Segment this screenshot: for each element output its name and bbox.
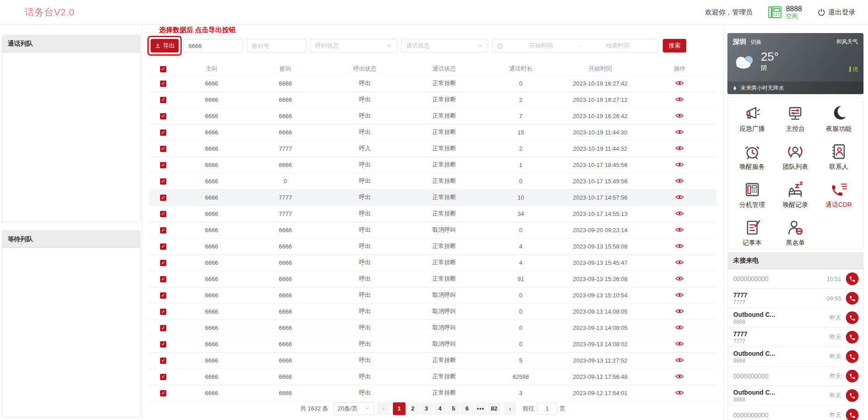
header-action: 操作 — [643, 62, 717, 75]
weather-city: 深圳 — [733, 38, 746, 45]
row-checkbox[interactable]: ✓ — [160, 309, 166, 315]
view-detail-button[interactable] — [675, 340, 684, 348]
page-button-4[interactable]: 4 — [434, 402, 446, 415]
callback-button[interactable] — [846, 370, 859, 382]
app-item-alarm[interactable]: 唤醒服务 — [731, 142, 774, 178]
callback-button[interactable] — [846, 389, 859, 402]
callback-button[interactable] — [846, 292, 859, 305]
page-button-82[interactable]: 82 — [488, 402, 500, 415]
view-detail-button[interactable] — [675, 356, 684, 365]
row-checkbox[interactable]: ✓ — [160, 195, 166, 201]
cell-duration: 34 — [484, 205, 557, 222]
row-checkbox[interactable]: ✓ — [160, 211, 166, 217]
pager-ellipsis[interactable]: ••• — [474, 402, 487, 415]
caller-input[interactable] — [184, 39, 243, 52]
row-checkbox[interactable]: ✓ — [160, 243, 166, 250]
view-detail-button[interactable] — [675, 389, 684, 397]
view-detail-button[interactable] — [675, 324, 684, 332]
missed-call-time: 昨天 — [830, 372, 841, 380]
callback-button[interactable] — [846, 272, 859, 285]
app-item-console[interactable]: 主控台 — [774, 104, 817, 140]
row-checkbox[interactable]: ✓ — [160, 276, 166, 282]
talk-status-select[interactable]: 通话状态 — [401, 39, 488, 52]
extension-status-widget[interactable]: 8888 空闲 — [768, 5, 802, 19]
app-item-megaphone[interactable]: 应急广播 — [731, 104, 774, 140]
page-button-6[interactable]: 6 — [461, 402, 473, 415]
view-detail-button[interactable] — [675, 161, 684, 169]
callee-input[interactable] — [247, 39, 307, 52]
missed-call-number: 7777 — [733, 338, 830, 344]
callback-button[interactable] — [846, 311, 859, 324]
view-detail-button[interactable] — [675, 242, 684, 251]
app-item-contacts[interactable]: 联系人 — [817, 142, 860, 178]
view-detail-button[interactable] — [675, 112, 684, 120]
logout-button[interactable]: 退出登录 — [817, 8, 855, 17]
row-checkbox[interactable]: ✓ — [160, 146, 166, 152]
row-checkbox[interactable]: ✓ — [160, 97, 166, 103]
select-all-checkbox[interactable]: ✓ — [160, 66, 166, 72]
view-detail-button[interactable] — [675, 307, 684, 316]
app-item-moon[interactable]: 夜服功能 — [817, 104, 860, 140]
view-detail-button[interactable] — [675, 144, 684, 153]
cell-start-time: 2023-10-19 11:44:30 — [558, 124, 643, 140]
row-checkbox[interactable]: ✓ — [160, 374, 166, 380]
view-detail-button[interactable] — [675, 258, 684, 267]
weather-provider-link[interactable]: 和风天气 — [836, 38, 858, 46]
cell-talk-status: 正常挂断 — [405, 173, 484, 189]
row-checkbox[interactable]: ✓ — [160, 129, 166, 136]
callback-button[interactable] — [846, 409, 859, 420]
row-checkbox[interactable]: ✓ — [160, 341, 166, 348]
row-checkbox[interactable]: ✓ — [160, 390, 166, 396]
table-row: ✓ 6666 6666 呼出 正常挂断 91 2023-09-13 15:26:… — [149, 271, 717, 287]
callback-button[interactable] — [846, 331, 859, 344]
view-detail-button[interactable] — [675, 226, 684, 234]
table-row: ✓ 6666 7777 呼出 正常挂断 34 2023-10-17 14:55:… — [149, 205, 717, 222]
view-detail-button[interactable] — [675, 275, 684, 283]
page-button-5[interactable]: 5 — [447, 402, 460, 415]
view-detail-button[interactable] — [675, 79, 684, 88]
city-switch-link[interactable]: 切换 — [750, 39, 761, 45]
cell-call-status: 呼出 — [325, 287, 405, 303]
row-checkbox[interactable]: ✓ — [160, 113, 166, 119]
missed-call-number: 8888 — [733, 319, 830, 325]
call-status-select[interactable]: 呼叫状态 — [310, 39, 397, 52]
waiting-queue-panel: 等待列队 — [2, 230, 141, 417]
row-checkbox[interactable]: ✓ — [160, 260, 166, 266]
page-button-1[interactable]: 1 — [393, 402, 406, 415]
missed-call-item: 0000000000 10:51 — [728, 269, 863, 289]
app-item-cdr[interactable]: 通话CDR — [817, 180, 860, 216]
next-page-button[interactable]: › — [504, 402, 516, 415]
app-item-notepad[interactable]: 记事本 — [731, 218, 774, 254]
app-item-extension[interactable]: 分机管理 — [731, 180, 774, 216]
row-checkbox[interactable]: ✓ — [160, 358, 166, 364]
callback-button[interactable] — [846, 350, 859, 363]
view-detail-button[interactable] — [675, 177, 684, 186]
view-detail-button[interactable] — [675, 291, 684, 300]
row-checkbox[interactable]: ✓ — [160, 81, 166, 87]
goto-page-input[interactable] — [537, 403, 557, 415]
page-button-2[interactable]: 2 — [406, 402, 419, 415]
row-checkbox[interactable]: ✓ — [160, 325, 166, 331]
row-checkbox[interactable]: ✓ — [160, 227, 166, 234]
phone-handset-icon — [849, 334, 856, 341]
chevron-down-icon — [386, 43, 392, 49]
page-button-3[interactable]: 3 — [420, 402, 433, 415]
view-detail-button[interactable] — [675, 95, 684, 104]
date-range-picker[interactable]: 开始时间 - 结束时间 — [492, 39, 658, 52]
page-size-select[interactable]: 20条/页 — [334, 402, 374, 415]
row-checkbox[interactable]: ✓ — [160, 178, 166, 185]
view-detail-button[interactable] — [675, 372, 684, 381]
cell-talk-status: 正常挂断 — [405, 385, 484, 401]
view-detail-button[interactable] — [675, 193, 684, 202]
app-item-team[interactable]: 团队列表 — [774, 142, 817, 178]
cell-callee: 6666 — [245, 222, 325, 238]
row-checkbox[interactable]: ✓ — [160, 162, 166, 168]
row-checkbox[interactable]: ✓ — [160, 292, 166, 299]
export-button[interactable]: 导出 — [151, 39, 179, 52]
view-detail-button[interactable] — [675, 128, 684, 137]
view-detail-button[interactable] — [675, 210, 684, 218]
prev-page-button[interactable]: ‹ — [377, 402, 390, 415]
search-button[interactable]: 搜索 — [663, 39, 686, 52]
app-item-wakelog[interactable]: 唤醒记录 — [774, 180, 817, 216]
app-item-blacklist[interactable]: 黑名单 — [774, 218, 817, 254]
